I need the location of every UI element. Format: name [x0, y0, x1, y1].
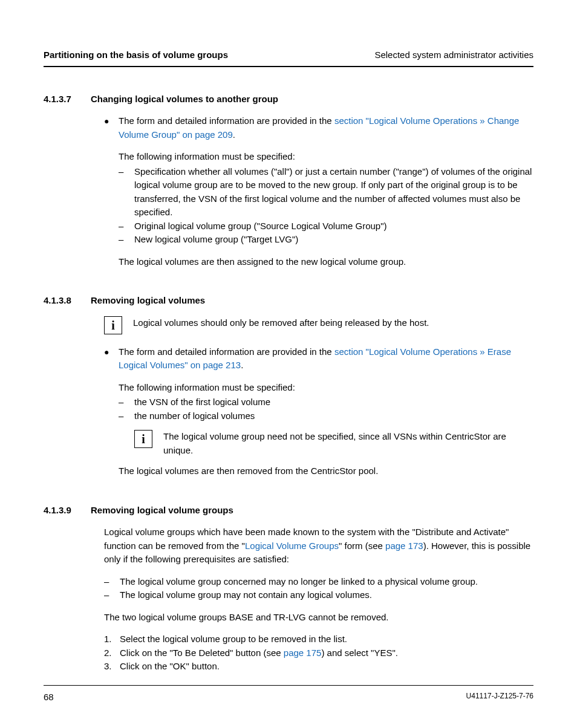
text: the VSN of the first logical volume [134, 395, 533, 409]
text: The following information must be specif… [119, 381, 533, 395]
text: Specification whether all volumes ("all"… [134, 165, 533, 219]
info-icon: i [104, 316, 122, 334]
info-text: Logical volumes should only be removed a… [133, 316, 533, 334]
dash-icon: – [119, 395, 134, 409]
dash-icon: – [119, 165, 134, 219]
bullet-item: ● The form and detailed information are … [104, 345, 533, 487]
list-item: – the number of logical volumes [119, 409, 533, 423]
info-icon: i [134, 430, 152, 448]
dash-icon: – [119, 219, 134, 233]
step-number: 2. [104, 646, 120, 660]
header-section-title: Partitioning on the basis of volume grou… [44, 48, 228, 62]
section-heading-4138: 4.1.3.8 Removing logical volumes [44, 294, 533, 308]
text: Original logical volume group ("Source L… [134, 219, 533, 233]
text: " form (see [339, 541, 385, 551]
section-number: 4.1.3.8 [44, 294, 91, 308]
dash-icon: – [104, 575, 120, 589]
text: ) and select "YES". [321, 648, 398, 658]
info-text: The logical volume group need not be spe… [163, 430, 533, 457]
text: The logical volumes are then removed fro… [119, 464, 533, 478]
document-id: U41117-J-Z125-7-76 [466, 691, 533, 704]
step-number: 1. [104, 632, 120, 646]
text: The two logical volume groups BASE and T… [104, 611, 533, 625]
section-title: Removing logical volume groups [91, 504, 233, 518]
text: the number of logical volumes [134, 409, 533, 423]
text: The logical volume group concerned may n… [120, 575, 533, 589]
list-item: – Original logical volume group ("Source… [119, 219, 533, 233]
step-2: 2. Click on the "To Be Deleted" button (… [104, 646, 533, 660]
text: Select the logical volume group to be re… [120, 632, 533, 646]
section-heading-4139: 4.1.3.9 Removing logical volume groups [44, 504, 533, 518]
header-chapter-title: Selected system administrator activities [374, 48, 533, 62]
page-footer: 68 U41117-J-Z125-7-76 [44, 685, 533, 704]
section-heading-4137: 4.1.3.7 Changing logical volumes to anot… [44, 93, 533, 106]
bullet-content: The form and detailed information are pr… [119, 114, 533, 277]
section-title: Changing logical volumes to another grou… [91, 93, 278, 106]
text: The logical volumes are then assigned to… [119, 255, 533, 269]
step-number: 3. [104, 660, 120, 674]
step-1: 1. Select the logical volume group to be… [104, 632, 533, 646]
text: The form and detailed information are pr… [119, 346, 334, 357]
text: . [241, 360, 243, 370]
text: Click on the "To Be Deleted" button (see [120, 648, 284, 658]
text: New logical volume group ("Target LVG") [134, 233, 533, 247]
info-callout: i Logical volumes should only be removed… [104, 316, 533, 334]
text: Click on the "OK" button. [120, 660, 533, 674]
section-number: 4.1.3.9 [44, 504, 91, 518]
dash-icon: – [104, 588, 120, 602]
bullet-content: The form and detailed information are pr… [119, 345, 533, 487]
list-item: – New logical volume group ("Target LVG"… [119, 233, 533, 247]
list-item: – Specification whether all volumes ("al… [119, 165, 533, 219]
page-number: 68 [44, 691, 54, 704]
page-header: Partitioning on the basis of volume grou… [44, 48, 533, 67]
bullet-icon: ● [104, 114, 119, 277]
list-item: – The logical volume group concerned may… [104, 575, 533, 589]
dash-icon: – [119, 409, 134, 423]
text: . [233, 129, 235, 140]
step-3: 3. Click on the "OK" button. [104, 660, 533, 674]
numbered-steps: 1. Select the logical volume group to be… [104, 632, 533, 674]
section-body: Logical volume groups which have been ma… [104, 525, 533, 567]
section-title: Removing logical volumes [91, 294, 205, 308]
text: The following information must be specif… [119, 150, 533, 164]
text: The form and detailed information are pr… [119, 115, 334, 126]
bullet-icon: ● [104, 345, 119, 487]
link-page-175[interactable]: page 175 [284, 648, 322, 658]
link-logical-volume-groups[interactable]: Logical Volume Groups [245, 541, 339, 551]
dash-icon: – [119, 233, 134, 247]
section-number: 4.1.3.7 [44, 93, 91, 106]
list-item: – The logical volume group may not conta… [104, 588, 533, 602]
text: The logical volume group may not contain… [120, 588, 533, 602]
prerequisite-list: – The logical volume group concerned may… [104, 575, 533, 602]
info-callout: i The logical volume group need not be s… [134, 430, 533, 457]
list-item: – the VSN of the first logical volume [119, 395, 533, 409]
link-page-173[interactable]: page 173 [385, 541, 423, 551]
bullet-item: ● The form and detailed information are … [104, 114, 533, 277]
